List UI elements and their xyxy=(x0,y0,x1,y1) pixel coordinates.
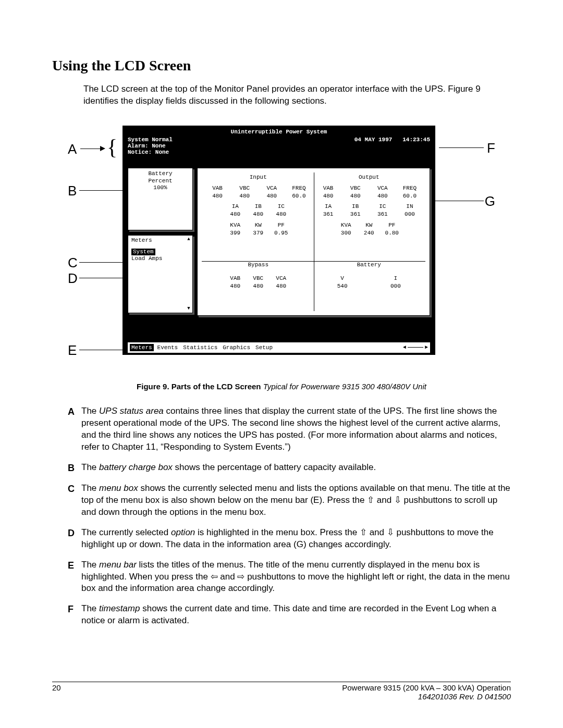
status-line-3: Notice: None xyxy=(128,149,173,155)
info-input: Input VABVBCVCAFREQ 48048048060.0 IAIBIC… xyxy=(203,171,314,259)
callout-definitions: A The UPS status area contains three lin… xyxy=(52,405,511,627)
def-letter-A: A xyxy=(68,405,81,453)
menubar-item-graphics[interactable]: Graphics xyxy=(221,344,252,351)
def-letter-F: F xyxy=(68,603,81,627)
info-bypass: Bypass VABVBCVCA 480480480 xyxy=(203,259,314,312)
menu-title: Meters xyxy=(131,237,185,244)
timestamp-time: 14:23:45 xyxy=(402,137,430,143)
info-output: Output VABVBCVCAFREQ 48048048060.0 IAIBI… xyxy=(314,171,425,259)
lcd-title: Uninterruptible Power System xyxy=(128,129,430,135)
arrow-left-icon[interactable]: ◄ xyxy=(403,344,406,350)
lcd-figure: A { B C D E F G Uninterruptible Power Sy… xyxy=(78,120,485,376)
callout-E: E xyxy=(68,342,77,359)
page-footer: 20 Powerware 9315 (200 kVA – 300 kVA) Op… xyxy=(52,683,511,701)
page-number: 20 xyxy=(52,683,61,701)
brace-A: { xyxy=(107,136,117,158)
status-line-2: Alarm: None xyxy=(128,143,173,149)
chevron-down-icon[interactable]: ▼ xyxy=(187,306,190,312)
timestamp-date: 04 MAY 1997 xyxy=(354,137,393,143)
menu-option[interactable]: Load Amps xyxy=(131,255,185,263)
callout-A: A xyxy=(68,141,77,157)
callout-C: C xyxy=(68,255,78,271)
bypass-title: Bypass xyxy=(205,261,312,269)
menu-bar[interactable]: Meters Events Statistics Graphics Setup … xyxy=(128,342,430,353)
def-letter-C: C xyxy=(68,483,81,519)
menubar-item-statistics[interactable]: Statistics xyxy=(181,344,219,351)
page-heading: Using the LCD Screen xyxy=(52,57,511,74)
output-title: Output xyxy=(316,174,423,181)
menu-box[interactable]: Meters System Load Amps ▲ ▼ xyxy=(128,235,193,313)
status-line-1: System Normal xyxy=(128,137,173,143)
menu-scroll-arrows[interactable]: ▲ ▼ xyxy=(187,237,191,312)
callout-D: D xyxy=(68,270,78,287)
figure-caption: Figure 9. Parts of the LCD Screen Typica… xyxy=(52,382,511,391)
footer-rule xyxy=(52,682,511,682)
battery-title: Battery xyxy=(316,261,423,269)
battery-percent: 100% xyxy=(130,184,191,192)
def-letter-E: E xyxy=(68,559,81,595)
arrow-right-icon[interactable]: ► xyxy=(425,344,428,350)
def-letter-B: B xyxy=(68,462,81,474)
input-title: Input xyxy=(205,174,312,181)
information-area: Input VABVBCVCAFREQ 48048048060.0 IAIBIC… xyxy=(197,168,430,316)
menubar-item-events[interactable]: Events xyxy=(156,344,180,351)
callout-F: F xyxy=(487,140,495,156)
battery-charge-box: Battery Percent 100% xyxy=(128,168,193,230)
menu-option-selected[interactable]: System xyxy=(131,249,155,256)
menubar-item-meters[interactable]: Meters xyxy=(130,344,154,351)
chevron-up-icon[interactable]: ▲ xyxy=(187,237,190,242)
battery-label-2: Percent xyxy=(130,178,191,185)
callout-B: B xyxy=(68,183,77,199)
def-letter-D: D xyxy=(68,527,81,551)
callout-G: G xyxy=(485,193,495,209)
info-battery: Battery VI 540000 xyxy=(314,259,425,312)
intro-paragraph: The LCD screen at the top of the Monitor… xyxy=(83,83,511,107)
battery-label-1: Battery xyxy=(130,170,191,178)
menubar-item-setup[interactable]: Setup xyxy=(254,344,274,351)
footer-product: Powerware 9315 (200 kVA – 300 kVA) Opera… xyxy=(342,683,511,692)
footer-revision: 164201036 Rev. D 041500 xyxy=(342,692,511,701)
lcd-screen: Uninterruptible Power System System Norm… xyxy=(123,126,435,355)
